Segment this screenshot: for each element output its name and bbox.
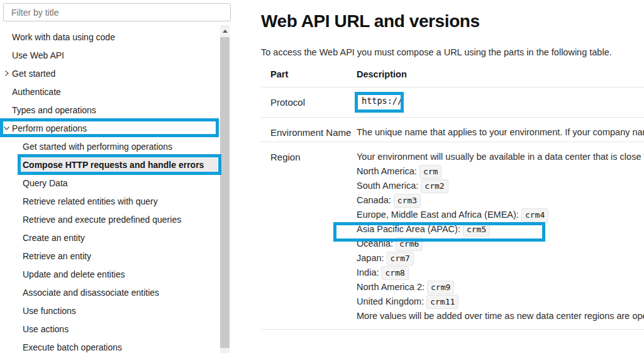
region-label: Europe, Middle East and Africa (EMEA): [357, 210, 519, 220]
sidebar-item-get-started[interactable]: Get started [0, 64, 218, 82]
sidebar-item-query-data[interactable]: Query Data [0, 174, 218, 192]
region-label: Japan: [357, 253, 384, 263]
sidebar-item-label: Execute batch operations [23, 342, 122, 352]
region-label: India: [357, 267, 379, 277]
sidebar-scrollbar[interactable] [220, 25, 230, 353]
region-line-north-america: North America:crm [357, 164, 644, 179]
region-line-apac: Asia Pacific Area (APAC):crm5 [357, 222, 644, 237]
sidebar-item-label: Create an entity [23, 233, 85, 243]
sidebar-item-use-functions[interactable]: Use functions [0, 301, 218, 320]
triangle-up-icon [223, 30, 228, 33]
region-code-chip: crm7 [387, 252, 414, 266]
filter-by-title-input[interactable] [3, 3, 231, 21]
region-code-chip: crm9 [427, 281, 454, 294]
sidebar-item-label: Types and operations [12, 105, 96, 115]
region-code-chip: crm5 [463, 223, 490, 237]
region-more-values-line: More values will be added over time as n… [357, 309, 644, 323]
region-label: Asia Pacific Area (APAC): [357, 224, 460, 234]
region-label: North America: [357, 166, 417, 176]
scroll-up-button[interactable] [220, 25, 230, 36]
part-label: Protocol [261, 87, 357, 109]
region-code-chip: crm4 [521, 208, 548, 222]
table-row-protocol: Protocol https:// [261, 87, 644, 118]
sidebar-item-label: Use functions [23, 306, 76, 316]
region-line-south-america: South America:crm2 [357, 179, 644, 193]
region-line-oceania: Oceania:crm6 [357, 237, 644, 251]
region-line-emea: Europe, Middle East and Africa (EMEA):cr… [357, 208, 644, 222]
sidebar-item-types-and-operations[interactable]: Types and operations [0, 101, 218, 119]
table-row-environment-name: Environment Name The unique name that ap… [261, 118, 644, 142]
sidebar-item-label: Use actions [23, 324, 69, 334]
region-code-chip: crm3 [394, 194, 421, 208]
sidebar-item-label: Compose HTTP requests and handle errors [23, 160, 204, 170]
sidebar-item-label: Work with data using code [12, 32, 115, 42]
region-description-cell: Your environment will usually be availab… [357, 142, 644, 323]
chevron-right-icon [3, 70, 10, 77]
page-title: Web API URL and versions [261, 11, 644, 32]
sidebar-item-perform-operations[interactable]: Perform operations [0, 119, 218, 137]
chevron-down-icon [3, 125, 10, 132]
sidebar-item-label: Get started with performing operations [23, 142, 172, 152]
sidebar-item-label: Associate and disassociate entities [23, 288, 159, 298]
protocol-code-chip: https:// [357, 93, 408, 109]
column-header-description: Description [357, 69, 644, 79]
toc-sidebar: Work with data using code Use Web API Ge… [0, 0, 233, 353]
sidebar-item-label: Use Web API [12, 50, 64, 60]
environment-description: The unique name that applies to your env… [357, 118, 644, 140]
scrollbar-thumb[interactable] [220, 37, 230, 348]
region-intro-line: Your environment will usually be availab… [357, 150, 644, 164]
region-label: United Kingdom: [357, 296, 424, 306]
toc-nav: Work with data using code Use Web API Ge… [0, 28, 218, 353]
region-code-chip: crm [419, 165, 441, 179]
sidebar-item-create-an-entity[interactable]: Create an entity [0, 228, 218, 247]
sidebar-item-label: Get started [12, 69, 55, 79]
region-line-canada: Canada:crm3 [357, 193, 644, 208]
sidebar-item-label: Update and delete entities [23, 269, 125, 279]
region-code-chip: crm2 [421, 179, 448, 193]
sidebar-item-retrieve-execute-predefined-queries[interactable]: Retrieve and execute predefined queries [0, 210, 218, 228]
region-code-chip: crm6 [396, 237, 423, 251]
sidebar-item-label: Authenticate [12, 87, 61, 97]
sidebar-item-compose-http-requests[interactable]: Compose HTTP requests and handle errors [0, 155, 218, 174]
sidebar-item-update-delete-entities[interactable]: Update and delete entities [0, 265, 218, 283]
intro-paragraph: To access the Web API you must compose a… [261, 47, 644, 59]
protocol-description: https:// [357, 87, 644, 109]
sidebar-item-associate-disassociate-entities[interactable]: Associate and disassociate entities [0, 283, 218, 301]
sidebar-item-work-with-data-using-code[interactable]: Work with data using code [0, 28, 218, 46]
table-row-region: Region Your environment will usually be … [261, 142, 644, 330]
sidebar-item-label: Retrieve related entities with query [23, 196, 158, 206]
region-line-north-america-2: North America 2:crm9 [357, 280, 644, 294]
sidebar-item-execute-batch-operations[interactable]: Execute batch operations [0, 338, 218, 353]
part-label: Region [261, 142, 357, 323]
content-area: Web API URL and versions To access the W… [261, 0, 644, 330]
sidebar-item-retrieve-related-entities[interactable]: Retrieve related entities with query [0, 192, 218, 210]
sidebar-item-label: Query Data [23, 178, 68, 188]
region-label: Oceania: [357, 238, 393, 249]
region-label: North America 2: [357, 282, 425, 292]
sidebar-item-use-actions[interactable]: Use actions [0, 320, 218, 338]
sidebar-item-retrieve-an-entity[interactable]: Retrieve an entity [0, 247, 218, 265]
column-header-part: Part [261, 69, 357, 79]
sidebar-item-authenticate[interactable]: Authenticate [0, 82, 218, 101]
sidebar-item-label: Retrieve an entity [23, 251, 91, 261]
table-header-row: Part Description [261, 65, 644, 87]
sidebar-item-label: Retrieve and execute predefined queries [23, 215, 181, 225]
region-label: Canada: [357, 195, 391, 205]
region-line-india: India:crm8 [357, 266, 644, 280]
url-parts-table: Part Description Protocol https:// Envir… [261, 65, 644, 330]
region-code-chip: crm8 [381, 266, 408, 280]
region-code-chip: crm11 [426, 295, 458, 309]
part-label: Environment Name [261, 118, 357, 140]
sidebar-item-use-web-api[interactable]: Use Web API [0, 46, 218, 64]
sidebar-item-get-started-performing-operations[interactable]: Get started with performing operations [0, 137, 218, 155]
region-line-japan: Japan:crm7 [357, 251, 644, 266]
region-line-united-kingdom: United Kingdom:crm11 [357, 294, 644, 309]
region-label: South America: [357, 181, 418, 191]
sidebar-item-label: Perform operations [12, 123, 87, 133]
